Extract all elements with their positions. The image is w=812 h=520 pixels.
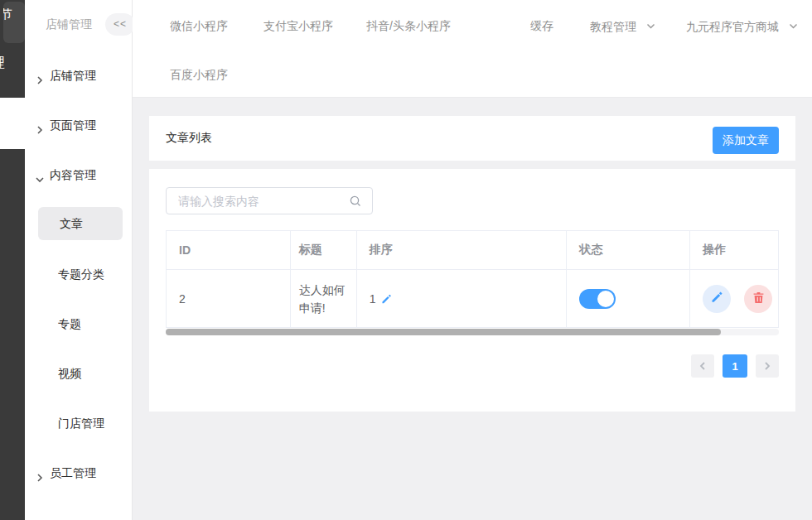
sidebar: 店铺管理 << 店铺管理 页面管理 内容管理 文章 专题分类 专题 视频 门店管… [25, 0, 133, 520]
page-number-button[interactable]: 1 [723, 354, 747, 378]
sidebar-item-label: 视频 [58, 357, 81, 390]
pencil-icon [710, 291, 723, 306]
sidebar-item-label: 内容管理 [50, 164, 96, 185]
search-box [166, 187, 373, 214]
scrollbar-thumb[interactable] [166, 329, 721, 335]
article-table: ID 标题 排序 状态 操作 2 达人如何申请! 1 [166, 230, 779, 328]
cell-status [567, 270, 690, 328]
official-store-dropdown[interactable]: 九元程序官方商城 [686, 18, 798, 33]
tab-wechat-miniprogram[interactable]: 微信小程序 [170, 18, 228, 33]
rail-item-label: 节 [3, 7, 12, 22]
admin-page: 节 理 店铺管理 << 店铺管理 页面管理 内容管理 文章 专题分类 专题 [0, 0, 812, 520]
sidebar-item-page-mgmt[interactable]: 页面管理 [25, 114, 133, 136]
sidebar-item-label: 文章 [60, 207, 83, 240]
column-header-title: 标题 [291, 231, 357, 270]
rail-active-item[interactable]: 节 [3, 2, 25, 43]
rail-highlight [0, 98, 25, 149]
tab-label: 微信小程序 [170, 19, 228, 32]
cell-actions [690, 270, 778, 328]
table-row: 2 达人如何申请! 1 [167, 270, 778, 328]
tab-label: 支付宝小程序 [263, 19, 333, 32]
toggle-knob [597, 291, 614, 307]
trash-icon [752, 291, 765, 306]
sidebar-item-label: 页面管理 [50, 114, 96, 136]
next-page-button[interactable] [756, 354, 779, 378]
sidebar-item-label: 店铺管理 [50, 65, 96, 86]
chevron-down-icon [35, 170, 45, 180]
status-toggle[interactable] [579, 289, 616, 309]
sidebar-item-staff-mgmt[interactable]: 员工管理 [25, 462, 133, 484]
list-card-header: 文章列表 添加文章 [149, 116, 795, 161]
sidebar-item-shop-mgmt[interactable]: 店铺管理 [25, 65, 133, 86]
tab-label: 百度小程序 [170, 68, 228, 81]
tab-label: 抖音/头条小程序 [366, 19, 451, 32]
sidebar-item-topic-category[interactable]: 专题分类 [25, 258, 133, 291]
tab-alipay-miniprogram[interactable]: 支付宝小程序 [263, 18, 333, 33]
chevron-down-icon [789, 18, 798, 33]
pagination: 1 [691, 354, 779, 378]
chevron-down-icon [646, 18, 655, 33]
chevron-right-icon [35, 120, 45, 130]
tab-label: 教程管理 [590, 20, 636, 33]
table-header-row: ID 标题 排序 状态 操作 [167, 231, 778, 270]
mini-rail: 节 理 [0, 0, 25, 520]
rail-item-label-partial: 理 [0, 55, 5, 72]
sidebar-item-label: 门店管理 [58, 407, 104, 440]
previous-page-button[interactable] [691, 354, 714, 378]
sidebar-item-label: 专题分类 [58, 258, 104, 291]
column-header-status: 状态 [567, 231, 690, 270]
sidebar-item-content-mgmt[interactable]: 内容管理 [25, 164, 133, 185]
search-icon[interactable] [349, 195, 362, 210]
tab-douyin-miniprogram[interactable]: 抖音/头条小程序 [366, 18, 451, 33]
sidebar-item-video[interactable]: 视频 [25, 357, 133, 390]
horizontal-scrollbar [166, 329, 779, 335]
topbar: 微信小程序 支付宝小程序 抖音/头条小程序 缓存 教程管理 九元程序官方商城 百… [133, 0, 812, 98]
tutorial-mgmt-dropdown[interactable]: 教程管理 [590, 18, 655, 33]
sidebar-item-topic[interactable]: 专题 [25, 307, 133, 340]
tab-label: 缓存 [530, 19, 553, 32]
tab-baidu-miniprogram[interactable]: 百度小程序 [170, 67, 228, 82]
delete-button[interactable] [744, 285, 772, 313]
sidebar-item-label: 专题 [58, 307, 81, 340]
column-header-actions: 操作 [690, 231, 778, 270]
column-header-id: ID [167, 231, 291, 270]
sidebar-title: 店铺管理 [46, 17, 92, 32]
sidebar-item-store-mgmt[interactable]: 门店管理 [25, 407, 133, 440]
cell-sort: 1 [357, 270, 568, 328]
edit-sort-icon[interactable] [380, 293, 392, 305]
cell-title: 达人如何申请! [291, 270, 357, 328]
edit-button[interactable] [703, 285, 731, 313]
sort-value: 1 [370, 292, 376, 306]
sidebar-item-label: 员工管理 [50, 462, 96, 484]
add-article-button[interactable]: 添加文章 [713, 127, 779, 154]
cell-id: 2 [167, 270, 291, 328]
sidebar-item-article[interactable]: 文章 [38, 207, 123, 240]
page-title: 文章列表 [166, 131, 212, 146]
sidebar-collapse-button[interactable]: << [105, 13, 135, 36]
cache-button[interactable]: 缓存 [530, 18, 553, 33]
tab-label: 九元程序官方商城 [686, 20, 779, 33]
list-card-body: ID 标题 排序 状态 操作 2 达人如何申请! 1 [149, 169, 795, 412]
chevron-right-icon [35, 468, 45, 478]
column-header-sort: 排序 [357, 231, 568, 270]
chevron-right-icon [35, 70, 45, 80]
search-input[interactable] [167, 188, 374, 214]
